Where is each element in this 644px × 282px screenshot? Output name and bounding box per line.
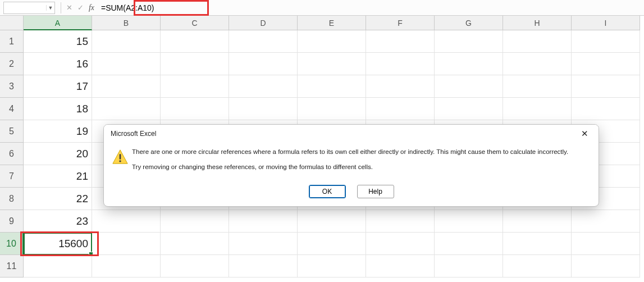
cell[interactable] xyxy=(366,210,435,233)
cell[interactable] xyxy=(92,210,161,233)
row-header[interactable]: 7 xyxy=(0,165,24,188)
cell[interactable] xyxy=(298,233,366,255)
cell[interactable]: 20 xyxy=(24,143,92,165)
cell[interactable]: 15 xyxy=(24,30,92,53)
dialog-line2: Try removing or changing these reference… xyxy=(132,162,591,172)
cell[interactable] xyxy=(161,255,229,278)
cell[interactable] xyxy=(298,53,366,75)
svg-point-2 xyxy=(119,160,121,162)
cell[interactable] xyxy=(161,75,229,98)
cell[interactable] xyxy=(572,30,640,53)
cell[interactable] xyxy=(298,210,366,233)
cell[interactable] xyxy=(161,210,229,233)
row-header[interactable]: 1 xyxy=(0,30,24,53)
help-button[interactable]: Help xyxy=(357,185,394,198)
cell[interactable] xyxy=(366,75,435,98)
cell[interactable] xyxy=(92,53,161,75)
row-header[interactable]: 8 xyxy=(0,188,24,210)
row-header[interactable]: 11 xyxy=(0,255,24,278)
row-header[interactable]: 4 xyxy=(0,98,24,120)
cell[interactable] xyxy=(503,255,572,278)
fx-icon[interactable]: fx xyxy=(86,2,97,13)
cell[interactable]: 15600 xyxy=(24,233,92,255)
cell[interactable] xyxy=(435,255,503,278)
cell[interactable] xyxy=(503,53,572,75)
cell[interactable] xyxy=(92,98,161,120)
row-header[interactable]: 3 xyxy=(0,75,24,98)
select-all-corner[interactable] xyxy=(0,16,24,30)
cell[interactable] xyxy=(435,233,503,255)
cell[interactable]: 21 xyxy=(24,165,92,188)
cell[interactable] xyxy=(24,255,92,278)
cell[interactable] xyxy=(92,30,161,53)
cell[interactable] xyxy=(503,210,572,233)
dialog: Microsoft Excel ✕ There are one or more … xyxy=(103,124,599,207)
cell[interactable] xyxy=(298,30,366,53)
cell[interactable] xyxy=(229,98,298,120)
column-header[interactable]: G xyxy=(435,16,503,30)
column-header[interactable]: B xyxy=(92,16,161,30)
cell[interactable]: 23 xyxy=(24,210,92,233)
cancel-icon[interactable]: ✕ xyxy=(63,2,75,13)
ok-button[interactable]: OK xyxy=(309,185,346,198)
cell[interactable] xyxy=(161,98,229,120)
cell[interactable] xyxy=(435,53,503,75)
cell[interactable] xyxy=(229,255,298,278)
cell[interactable] xyxy=(366,98,435,120)
cell[interactable] xyxy=(572,98,640,120)
row-header[interactable]: 2 xyxy=(0,53,24,75)
cell[interactable]: 17 xyxy=(24,75,92,98)
cell[interactable] xyxy=(435,210,503,233)
cell[interactable]: 18 xyxy=(24,98,92,120)
cell[interactable]: 16 xyxy=(24,53,92,75)
column-header[interactable]: A xyxy=(24,16,92,30)
row-header[interactable]: 10 xyxy=(0,233,24,255)
cell[interactable] xyxy=(572,255,640,278)
cell[interactable] xyxy=(366,255,435,278)
cell[interactable] xyxy=(161,233,229,255)
cell[interactable] xyxy=(92,75,161,98)
close-icon[interactable]: ✕ xyxy=(575,126,594,142)
column-header[interactable]: F xyxy=(366,16,435,30)
cell[interactable] xyxy=(161,53,229,75)
cell[interactable] xyxy=(298,255,366,278)
cell[interactable] xyxy=(503,30,572,53)
cell[interactable] xyxy=(572,233,640,255)
cell[interactable]: 22 xyxy=(24,188,92,210)
cell[interactable] xyxy=(366,233,435,255)
row-header[interactable]: 9 xyxy=(0,210,24,233)
cell[interactable] xyxy=(298,98,366,120)
formula-input[interactable] xyxy=(97,2,644,14)
column-header[interactable]: E xyxy=(298,16,366,30)
column-header[interactable]: I xyxy=(572,16,640,30)
cell[interactable] xyxy=(92,233,161,255)
confirm-icon[interactable]: ✓ xyxy=(75,2,86,13)
column-header[interactable]: D xyxy=(229,16,298,30)
cell[interactable]: 19 xyxy=(24,120,92,143)
cell[interactable] xyxy=(572,53,640,75)
cell[interactable] xyxy=(229,233,298,255)
cell[interactable] xyxy=(366,53,435,75)
cell[interactable] xyxy=(229,75,298,98)
cell[interactable] xyxy=(161,30,229,53)
cell[interactable] xyxy=(298,75,366,98)
cell[interactable] xyxy=(435,98,503,120)
cell[interactable] xyxy=(572,210,640,233)
cell[interactable] xyxy=(435,30,503,53)
cell[interactable] xyxy=(229,210,298,233)
cell[interactable] xyxy=(503,75,572,98)
column-header[interactable]: H xyxy=(503,16,572,30)
cell[interactable] xyxy=(435,75,503,98)
column-header[interactable]: C xyxy=(161,16,229,30)
row-header[interactable]: 5 xyxy=(0,120,24,143)
name-box[interactable]: ▼ xyxy=(3,2,55,14)
cell[interactable] xyxy=(503,233,572,255)
cell[interactable] xyxy=(572,75,640,98)
cell[interactable] xyxy=(366,30,435,53)
cell[interactable] xyxy=(503,98,572,120)
cell[interactable] xyxy=(92,255,161,278)
cell[interactable] xyxy=(229,53,298,75)
chevron-down-icon[interactable]: ▼ xyxy=(46,5,54,11)
cell[interactable] xyxy=(229,30,298,53)
row-header[interactable]: 6 xyxy=(0,143,24,165)
